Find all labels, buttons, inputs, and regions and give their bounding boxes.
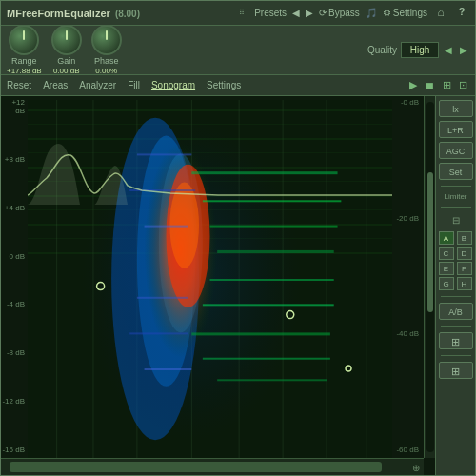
bypass-icon: ⟳ — [319, 8, 327, 18]
svg-rect-28 — [203, 200, 342, 202]
band-grid: A B C D E F G H — [439, 231, 473, 290]
band-f-button[interactable]: F — [457, 262, 472, 275]
toolbar-right-controls: ▶ ⏹ ⊞ ⊡ — [407, 79, 469, 91]
eq-scrollbar[interactable] — [424, 96, 435, 458]
svg-rect-31 — [210, 279, 334, 281]
sonogram-svg — [28, 100, 392, 458]
scrollbar-track — [426, 102, 434, 452]
bypass-button[interactable]: ⟳ Bypass — [319, 8, 360, 18]
title-version: (8.00) — [115, 9, 140, 19]
db-label-12: +12 dB — [1, 98, 28, 115]
panel-divider-5 — [441, 355, 471, 356]
settings-button[interactable]: ⚙ Settings — [383, 8, 427, 18]
set-button[interactable]: Set — [439, 163, 473, 180]
grid-button[interactable]: ⊞ — [439, 332, 473, 349]
band-b-button[interactable]: B — [457, 231, 472, 245]
phase-value: 0.00% — [95, 67, 117, 75]
settings-icon: ⚙ — [383, 8, 391, 18]
title-name: MFreeFormEqualizer — [7, 8, 110, 19]
paste-button[interactable]: ⊡ — [457, 79, 469, 91]
db-label-n16: -16 dB — [1, 446, 28, 454]
bypass-label: Bypass — [328, 8, 360, 18]
gain-label: Gain — [57, 56, 75, 66]
band-h-button[interactable]: H — [457, 277, 472, 290]
range-control: Range +17.88 dB — [7, 25, 42, 75]
svg-rect-33 — [191, 332, 330, 335]
reset-button[interactable]: Reset — [7, 80, 31, 90]
home-button[interactable]: ⌂ — [433, 6, 448, 21]
quality-label: Quality — [367, 45, 397, 55]
eq-display[interactable]: +12 dB +8 dB +4 dB 0 dB -4 dB -8 dB -12 … — [1, 96, 435, 475]
svg-rect-29 — [210, 226, 338, 228]
band-d-button[interactable]: D — [457, 247, 472, 260]
play-button[interactable]: ▶ — [407, 79, 419, 91]
lr-button[interactable]: L+R — [439, 121, 473, 138]
gain-knob[interactable] — [51, 25, 82, 55]
gain-control: Gain 0.00 dB — [51, 25, 82, 75]
range-knob[interactable] — [9, 25, 39, 55]
db-label-n12: -12 dB — [1, 397, 28, 406]
ab-button[interactable]: A/B — [439, 303, 473, 320]
db-label-4: +4 dB — [1, 204, 28, 212]
svg-rect-34 — [203, 358, 330, 360]
db-right-20: -20 dB — [393, 214, 422, 223]
svg-rect-41 — [145, 368, 192, 370]
stop-button[interactable]: ⏹ — [423, 80, 437, 91]
copy-button[interactable]: ⊞ — [441, 79, 453, 91]
presets-button[interactable]: Presets — [254, 8, 287, 18]
phase-knob[interactable] — [91, 25, 122, 55]
band-g-button[interactable]: G — [439, 277, 454, 290]
areas-button[interactable]: Areas — [43, 80, 68, 90]
eq-settings-button[interactable]: Settings — [207, 80, 241, 90]
eq-canvas: +12 dB +8 dB +4 dB 0 dB -4 dB -8 dB -12 … — [1, 96, 435, 475]
range-label: Range — [11, 56, 37, 66]
band-c-button[interactable]: C — [439, 247, 454, 260]
band-collapse-button[interactable]: ⊟ — [452, 215, 460, 226]
title-bar: MFreeFormEqualizer (8.00) ⠿ Presets ◀ ▶ … — [1, 1, 475, 26]
db-right-40: -40 dB — [393, 329, 422, 338]
quality-value: High — [401, 42, 439, 58]
band-e-button[interactable]: E — [439, 262, 454, 275]
svg-rect-35 — [217, 379, 327, 381]
eq-hscrollbar[interactable]: ⊕ — [1, 458, 424, 475]
scrollbar-thumb[interactable] — [427, 172, 433, 312]
panel-divider-4 — [441, 326, 471, 327]
panel-divider-1 — [441, 186, 471, 187]
quality-next-button[interactable]: ▶ — [458, 44, 469, 56]
svg-rect-27 — [191, 171, 337, 174]
sonogram-button[interactable]: Sonogram — [151, 80, 195, 90]
panel-divider-3 — [441, 296, 471, 297]
quality-group: Quality High ◀ ▶ — [367, 42, 469, 58]
db-label-n8: -8 dB — [1, 348, 28, 357]
hscrollbar-thumb[interactable] — [10, 462, 382, 472]
fill-button[interactable]: Fill — [128, 80, 140, 90]
svg-rect-36 — [137, 153, 191, 155]
plugin-window: MFreeFormEqualizer (8.00) ⠿ Presets ◀ ▶ … — [0, 0, 476, 476]
controls-bar: Range +17.88 dB Gain 0.00 dB Phase 0.00%… — [1, 26, 475, 75]
analyzer-button[interactable]: Analyzer — [79, 80, 116, 90]
svg-rect-32 — [203, 304, 334, 306]
lx-button[interactable]: lx — [439, 100, 473, 117]
svg-rect-38 — [145, 226, 188, 228]
prev-preset-button[interactable]: ◀ — [292, 8, 300, 18]
panel-divider-2 — [441, 207, 471, 208]
sonogram-visualization — [28, 100, 392, 458]
eq-toolbar: Reset Areas Analyzer Fill Sonogram Setti… — [1, 75, 475, 96]
db-label-8: +8 dB — [1, 155, 28, 164]
help-button[interactable]: ? — [454, 6, 469, 21]
main-content: +12 dB +8 dB +4 dB 0 dB -4 dB -8 dB -12 … — [1, 96, 475, 475]
quality-prev-button[interactable]: ◀ — [443, 44, 454, 56]
db-label-0: 0 dB — [1, 252, 28, 261]
band-a-button[interactable]: A — [439, 231, 454, 245]
agc-button[interactable]: AGC — [439, 142, 473, 159]
next-preset-button[interactable]: ▶ — [306, 8, 313, 18]
band-collapse-row: ⊟ — [452, 215, 460, 226]
copy2-button[interactable]: ⊞ — [439, 362, 473, 379]
presets-dots-icon: ⠿ — [239, 9, 248, 17]
zoom-button[interactable]: ⊕ — [412, 463, 420, 473]
plugin-title: MFreeFormEqualizer (8.00) — [7, 8, 231, 19]
range-value: +17.88 dB — [7, 67, 42, 75]
midi-button[interactable]: 🎵 — [366, 8, 377, 18]
right-panel: lx L+R AGC Set Limiter ⊟ A B C D E F G H… — [435, 96, 475, 475]
svg-rect-39 — [137, 297, 188, 299]
